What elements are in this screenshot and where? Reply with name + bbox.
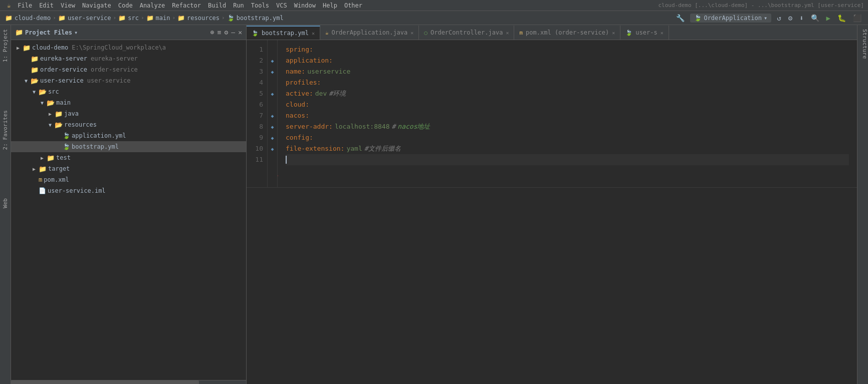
tree-arrow: ▶ <box>39 155 45 161</box>
code-line-2: application: <box>286 55 849 66</box>
code-val: dev <box>315 88 327 99</box>
tree-item-resources[interactable]: ▼ 📂 resources <box>11 119 246 130</box>
tree-item-src[interactable]: ▼ 📂 src <box>11 86 246 97</box>
refresh-icon[interactable]: ↺ <box>775 13 782 23</box>
tree-item-order-service[interactable]: 📁 order-service order-service <box>11 64 246 75</box>
yml-icon: 🍃 <box>63 143 70 150</box>
sort-icon[interactable]: ≡ <box>218 29 222 36</box>
right-panel-labels: Structure <box>857 25 868 384</box>
tree-sublabel: order-service <box>91 66 138 73</box>
menu-navigate[interactable]: Navigate <box>79 1 114 10</box>
project-panel-label[interactable]: 1: Project <box>2 25 9 66</box>
run-config-label: OrderApplication <box>704 15 762 22</box>
tree-item-java[interactable]: ▶ 📁 java <box>11 108 246 119</box>
tree-label: application.yml <box>72 132 126 139</box>
debug-button[interactable]: 🐛 <box>836 13 847 23</box>
tab-order-controller[interactable]: ○ OrderController.java ✕ <box>419 26 514 40</box>
breadcrumb-main[interactable]: main <box>156 15 170 22</box>
menu-view[interactable]: View <box>58 1 78 10</box>
code-area[interactable]: spring: application: name: userservice p… <box>278 40 857 187</box>
tree-label: test <box>56 154 71 161</box>
menu-window[interactable]: Window <box>291 1 319 10</box>
update-icon[interactable]: ⬇ <box>798 13 805 23</box>
code-line-10: file-extension: yaml #文件后缀名 <box>286 143 849 154</box>
menu-tools[interactable]: Tools <box>248 1 272 10</box>
menu-code[interactable]: Code <box>115 1 136 10</box>
structure-panel-label[interactable]: Structure <box>857 25 868 63</box>
breadcrumb-bootstrap-yml[interactable]: bootstrap.yml <box>237 15 284 22</box>
tab-close-btn[interactable]: ✕ <box>410 30 413 36</box>
code-text: server-addr: <box>286 121 333 132</box>
code-val: localhost:8848 <box>335 121 390 132</box>
menu-run[interactable]: Run <box>230 1 247 10</box>
tab-close-btn[interactable]: ✕ <box>661 30 664 36</box>
tab-user-s[interactable]: 🍃 user-s ✕ <box>620 26 669 40</box>
gutter-line2: ◆ <box>268 55 277 66</box>
locate-icon[interactable]: ⊕ <box>210 29 214 36</box>
tree-label: target <box>48 165 70 172</box>
settings-panel-icon[interactable]: ⚙ <box>225 29 229 36</box>
code-val: userservice <box>307 66 350 77</box>
breadcrumb-cloud-demo[interactable]: cloud-demo <box>15 15 51 22</box>
folder-icon: 📁 <box>39 165 47 173</box>
settings-icon[interactable]: ⚙ <box>787 13 794 23</box>
wrench-icon[interactable]: 🔧 <box>675 13 686 23</box>
breadcrumb-resources[interactable]: resources <box>187 15 220 22</box>
run-button[interactable]: ▶ <box>825 13 832 23</box>
panel-title-arrow[interactable]: ▾ <box>74 29 78 36</box>
code-line-9: config: <box>286 132 849 143</box>
tab-close-btn[interactable]: ✕ <box>312 31 315 36</box>
breadcrumb-src-icon: 📁 <box>118 15 126 22</box>
tree-sublabel: eureka-server <box>91 55 138 62</box>
tab-label: OrderController.java <box>430 29 503 36</box>
run-config-selector[interactable]: 🍃 OrderApplication ▾ <box>690 14 771 23</box>
menu-other[interactable]: Other <box>341 1 365 10</box>
favorites-panel-label[interactable]: 2: Favorites <box>2 106 9 154</box>
menu-file[interactable]: File <box>15 1 35 10</box>
breadcrumb-src[interactable]: src <box>128 15 139 22</box>
editor-content: 1 2 3 4 5 6 7 8 9 10 11 ◆ ◆ ◆ ◆ <box>247 40 857 187</box>
tree-item-main[interactable]: ▼ 📂 main <box>11 97 246 108</box>
tab-order-application[interactable]: ☕ OrderApplication.java ✕ <box>320 26 419 40</box>
code-line-8: server-addr: localhost:8848 # nacos地址 <box>286 121 849 132</box>
tab-java-icon: ○ <box>424 30 427 36</box>
tab-close-btn[interactable]: ✕ <box>612 30 615 36</box>
tree-item-target[interactable]: ▶ 📁 target <box>11 163 246 174</box>
tab-xml-icon: m <box>519 30 523 36</box>
tree-item-application-yml[interactable]: 🍃 application.yml <box>11 130 246 141</box>
search-icon[interactable]: 🔍 <box>809 13 821 23</box>
tab-label: pom.xml (order-service) <box>526 29 609 36</box>
menu-help[interactable]: Help <box>320 1 340 10</box>
tree-label: resources <box>64 121 97 128</box>
tree-item-user-service-iml[interactable]: 📄 user-service.iml <box>11 185 246 196</box>
code-text: spring: <box>286 44 313 55</box>
tree-item-bootstrap-yml[interactable]: 🍃 bootstrap.yml <box>11 141 246 152</box>
menu-edit[interactable]: Edit <box>36 1 57 10</box>
menu-build[interactable]: Build <box>205 1 229 10</box>
tab-yml-icon: 🍃 <box>252 30 259 37</box>
tree-label: cloud-demo <box>32 44 68 51</box>
stop-button[interactable]: ⬛ <box>851 13 863 23</box>
tree-item-eureka-server[interactable]: 📁 eureka-server eureka-server <box>11 53 246 64</box>
tab-close-btn[interactable]: ✕ <box>506 30 509 36</box>
breadcrumb-user-service[interactable]: user-service <box>68 15 111 22</box>
project-panel: 📁 Project Files ▾ ⊕ ≡ ⚙ — ✕ ▶ 📁 cloud-de… <box>11 25 247 384</box>
tab-label: bootstrap.yml <box>262 30 309 37</box>
tree-item-test[interactable]: ▶ 📁 test <box>11 152 246 163</box>
toolbar-right: 🔧 🍃 OrderApplication ▾ ↺ ⚙ ⬇ 🔍 ▶ 🐛 ⬛ <box>675 13 863 23</box>
web-panel-label[interactable]: Web <box>2 194 9 212</box>
tree-item-cloud-demo[interactable]: ▶ 📁 cloud-demo E:\SpringCloud_workplace\… <box>11 42 246 53</box>
code-text: name: <box>286 66 305 77</box>
close-icon[interactable]: ✕ <box>238 29 242 36</box>
menu-analyze[interactable]: Analyze <box>137 1 168 10</box>
panel-scrollbar[interactable] <box>11 380 199 384</box>
tree-sublabel: E:\SpringCloud_workplace\a <box>72 44 166 51</box>
minimize-icon[interactable]: — <box>231 29 235 36</box>
tree-item-pom-xml[interactable]: m pom.xml <box>11 174 246 185</box>
tab-pom-xml-order[interactable]: m pom.xml (order-service) ✕ <box>514 26 620 40</box>
menu-refactor[interactable]: Refactor <box>169 1 204 10</box>
tree-item-user-service[interactable]: ▼ 📂 user-service user-service <box>11 75 246 86</box>
tab-bootstrap-yml[interactable]: 🍃 bootstrap.yml ✕ <box>247 26 320 40</box>
iml-icon: 📄 <box>39 187 46 194</box>
menu-vcs[interactable]: VCS <box>273 1 290 10</box>
